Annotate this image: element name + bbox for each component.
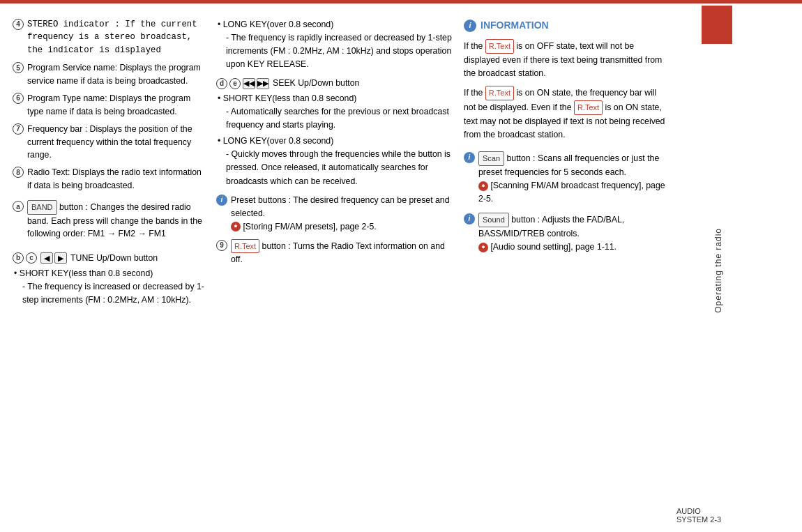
seek-long-key: • LONG KEY(over 0.8 second) xyxy=(218,135,453,148)
band-section-text: BAND button : Changes the desired radio … xyxy=(27,200,206,240)
seek-right-btn: ▶▶ xyxy=(257,78,269,89)
right-column: i INFORMATION If the R.Text is on OFF st… xyxy=(460,6,676,532)
item-9-number: 9 xyxy=(216,240,227,251)
sidebar-red-block xyxy=(702,6,732,44)
scan-button: Scan xyxy=(478,151,504,166)
sound-section: i Sound button : Adjusts the FAD/BAL, BA… xyxy=(464,213,669,254)
page-number: AUDIO SYSTEM 2-3 xyxy=(676,507,729,524)
item-5: 5 Program Service name: Displays the pro… xyxy=(13,61,206,87)
sound-note-icon: ● xyxy=(478,243,488,252)
item-7: 7 Frequency bar : Displays the position … xyxy=(13,123,206,161)
seek-section: d e ◀◀ ▶▶ SEEK Up/Down button • SHORT KE… xyxy=(216,77,453,188)
right-arrow-btn: ▶ xyxy=(54,252,67,264)
rtext-section: 9 R.Text button : Turns the Radio Text i… xyxy=(216,239,453,266)
info-title: INFORMATION xyxy=(481,18,549,33)
preset-note-text: [Storing FM/AM presets], page 2-5. xyxy=(243,222,376,231)
info-header: i INFORMATION xyxy=(464,18,669,33)
sound-content: Sound button : Adjusts the FAD/BAL, BASS… xyxy=(478,213,669,254)
rtext-badge-2: R.Text xyxy=(485,86,514,100)
scan-section: i Scan button : Scans all frequencies or… xyxy=(464,151,669,206)
info-icon-sound: i xyxy=(464,213,475,225)
circle-e: e xyxy=(229,78,241,89)
circle-a: a xyxy=(13,201,24,212)
item-4: 4 STEREO indicator : If the current freq… xyxy=(13,18,206,56)
sidebar-label: Operating the radio xyxy=(704,61,732,480)
tune-short-key: • SHORT KEY(less than 0.8 second) xyxy=(14,267,206,280)
preset-note-icon: ● xyxy=(231,222,241,231)
left-arrow-btn: ◀ xyxy=(40,252,53,264)
info-icon-header: i xyxy=(464,20,476,32)
sound-note-text: [Audio sound setting], page 1-11. xyxy=(490,242,616,252)
item-5-text: Program Service name: Displays the progr… xyxy=(27,61,206,87)
tune-section: b c ◀ ▶ TUNE Up/Down button • SHORT KEY(… xyxy=(13,252,206,307)
left-column: 4 STEREO indicator : If the current freq… xyxy=(0,6,213,532)
item-4-text: STEREO indicator : If the current freque… xyxy=(27,18,206,56)
info-icon-f: i xyxy=(216,195,227,206)
long-key-1: • LONG KEY(over 0.8 second) - The freque… xyxy=(216,18,453,71)
band-button: BAND xyxy=(27,200,57,215)
item-7-text: Frequency bar : Displays the position of… xyxy=(27,123,206,161)
top-bar xyxy=(0,0,802,3)
preset-section: i Preset buttons : The desired frequency… xyxy=(216,194,453,234)
rtext-section-text: R.Text button : Turns the Radio Text inf… xyxy=(231,239,453,266)
circle-c: c xyxy=(26,252,37,264)
info-icon-scan: i xyxy=(464,152,475,163)
tune-label: TUNE Up/Down button xyxy=(70,252,158,265)
circle-b: b xyxy=(13,252,24,264)
item-8: 8 Radio Text: Displays the radio text in… xyxy=(13,166,206,192)
seek-label: SEEK Up/Down button xyxy=(273,77,359,90)
sidebar: Operating the radio AUDIO SYSTEM 2-3 xyxy=(676,6,732,532)
sound-button: Sound xyxy=(478,213,509,227)
rtext-button-inline: R.Text xyxy=(231,239,259,254)
seek-short-key: • SHORT KEY(less than 0.8 second) xyxy=(218,92,453,105)
circle-d: d xyxy=(216,78,227,89)
seek-long-desc: - Quickly moves through the frequencies … xyxy=(218,148,453,188)
seek-left-btn: ◀◀ xyxy=(243,78,255,89)
item-8-number: 8 xyxy=(13,167,24,178)
info-para-2: If the R.Text is on ON state, the freque… xyxy=(464,86,669,142)
rtext-badge-3: R.Text xyxy=(574,100,603,115)
scan-note-text: [Scanning FM/AM broadcast frequency], pa… xyxy=(478,181,665,204)
item-8-text: Radio Text: Displays the radio text info… xyxy=(27,166,206,192)
scan-content: Scan button : Scans all frequencies or j… xyxy=(478,151,669,206)
seek-short-desc: - Automatically searches for the previou… xyxy=(218,105,453,132)
preset-text: Preset buttons : The desired frequency c… xyxy=(231,194,453,234)
item-6: 6 Program Type name: Displays the progra… xyxy=(13,92,206,118)
info-para-1: If the R.Text is on OFF state, text will… xyxy=(464,39,669,80)
item-4-number: 4 xyxy=(13,19,24,30)
item-7-number: 7 xyxy=(13,123,24,135)
item-6-text: Program Type name: Displays the program … xyxy=(27,92,206,118)
item-5-number: 5 xyxy=(13,62,24,73)
band-section: a BAND button : Changes the desired radi… xyxy=(13,200,206,240)
item-6-number: 6 xyxy=(13,93,24,104)
tune-short-desc: - The frequency is increased or decrease… xyxy=(14,280,206,307)
rtext-badge-1: R.Text xyxy=(485,39,514,54)
scan-note-icon: ● xyxy=(478,181,488,191)
middle-column: • LONG KEY(over 0.8 second) - The freque… xyxy=(213,6,460,532)
